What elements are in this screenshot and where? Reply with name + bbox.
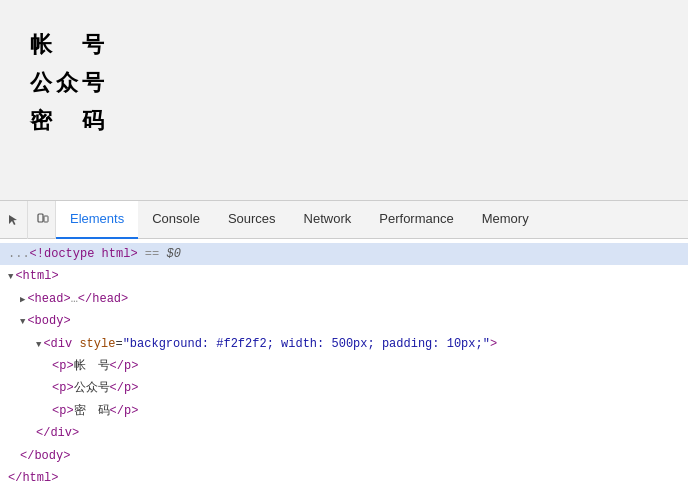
dom-p3[interactable]: <p>密 码</p> — [0, 400, 688, 422]
tab-memory[interactable]: Memory — [468, 201, 543, 239]
devtools-panel: Elements Console Sources Network Perform… — [0, 200, 688, 500]
dom-p2[interactable]: <p>公众号</p> — [0, 377, 688, 399]
cursor-icon[interactable] — [0, 201, 28, 239]
tab-performance[interactable]: Performance — [365, 201, 467, 239]
dom-body-close: </body> — [0, 445, 688, 467]
wechat-text: 公众号 — [30, 68, 510, 98]
dom-p1[interactable]: <p>帐 号</p> — [0, 355, 688, 377]
tab-network[interactable]: Network — [290, 201, 366, 239]
device-toggle-icon[interactable] — [28, 201, 56, 239]
triangle-icon: ▼ — [8, 272, 13, 282]
dom-div-open[interactable]: ▼<div style="background: #f2f2f2; width:… — [0, 333, 688, 355]
browser-viewport: 帐 号 公众号 密 码 — [0, 0, 688, 200]
dom-tree: ...<!doctype html> == $0 ▼<html> ▶<head>… — [0, 239, 688, 500]
tab-elements[interactable]: Elements — [56, 201, 138, 239]
tab-sources[interactable]: Sources — [214, 201, 290, 239]
devtools-toolbar: Elements Console Sources Network Perform… — [0, 201, 688, 239]
dom-head-collapsed[interactable]: ▶<head>…</head> — [0, 288, 688, 310]
dom-body-open[interactable]: ▼<body> — [0, 310, 688, 332]
tab-console[interactable]: Console — [138, 201, 214, 239]
dom-html-close: </html> — [0, 467, 688, 489]
dom-html-open[interactable]: ▼<html> — [0, 265, 688, 287]
dom-div-close: </div> — [0, 422, 688, 444]
triangle-icon: ▼ — [20, 317, 25, 327]
svg-rect-0 — [38, 214, 43, 222]
account-text: 帐 号 — [30, 30, 510, 60]
page-content: 帐 号 公众号 密 码 — [20, 20, 520, 154]
triangle-icon: ▶ — [20, 295, 25, 305]
svg-rect-1 — [44, 216, 48, 222]
password-text: 密 码 — [30, 106, 510, 136]
triangle-icon: ▼ — [36, 340, 41, 350]
dom-doctype-line[interactable]: ...<!doctype html> == $0 — [0, 243, 688, 265]
